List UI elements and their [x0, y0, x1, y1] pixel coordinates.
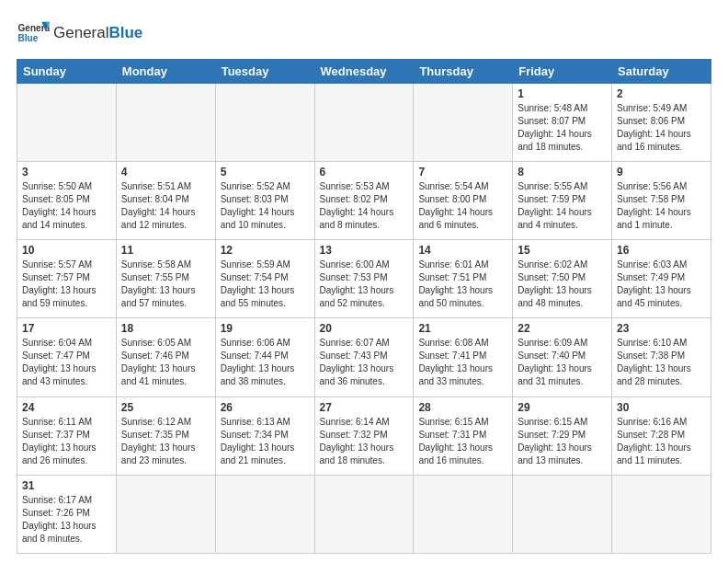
day-number: 18: [121, 322, 210, 335]
day-info: Sunrise: 6:12 AMSunset: 7:35 PMDaylight:…: [121, 416, 210, 467]
day-number: 17: [22, 322, 111, 335]
calendar-cell: 4Sunrise: 5:51 AMSunset: 8:04 PMDaylight…: [116, 162, 215, 240]
day-number: 12: [221, 244, 310, 257]
day-info: Sunrise: 5:51 AMSunset: 8:04 PMDaylight:…: [121, 180, 210, 232]
day-number: 21: [418, 322, 507, 335]
day-info: Sunrise: 5:58 AMSunset: 7:55 PMDaylight:…: [121, 259, 210, 310]
weekday-header-friday: Friday: [513, 60, 612, 84]
day-number: 3: [22, 166, 111, 178]
logo-icon: General Blue: [17, 17, 50, 50]
svg-text:Blue: Blue: [17, 33, 38, 43]
calendar-cell: 9Sunrise: 5:56 AMSunset: 7:58 PMDaylight…: [612, 162, 711, 240]
calendar-cell: [215, 84, 314, 162]
calendar-cell: 3Sunrise: 5:50 AMSunset: 8:05 PMDaylight…: [17, 162, 117, 240]
calendar-cell: 27Sunrise: 6:14 AMSunset: 7:32 PMDayligh…: [314, 396, 414, 475]
day-number: 19: [221, 322, 310, 335]
calendar-cell: 31Sunrise: 6:17 AMSunset: 7:26 PMDayligh…: [17, 475, 117, 553]
weekday-header-row: SundayMondayTuesdayWednesdayThursdayFrid…: [17, 60, 711, 84]
day-info: Sunrise: 6:04 AMSunset: 7:47 PMDaylight:…: [22, 337, 111, 388]
calendar-cell: 26Sunrise: 6:13 AMSunset: 7:34 PMDayligh…: [215, 396, 314, 475]
calendar-cell: 19Sunrise: 6:06 AMSunset: 7:44 PMDayligh…: [215, 318, 314, 396]
day-number: 20: [320, 322, 409, 335]
calendar-cell: 25Sunrise: 6:12 AMSunset: 7:35 PMDayligh…: [116, 396, 215, 475]
calendar-cell: 16Sunrise: 6:03 AMSunset: 7:49 PMDayligh…: [612, 240, 711, 318]
logo: General Blue GeneralBlue: [17, 17, 142, 50]
day-number: 29: [518, 401, 607, 414]
day-info: Sunrise: 6:05 AMSunset: 7:46 PMDaylight:…: [121, 337, 210, 388]
day-number: 9: [617, 166, 706, 178]
calendar-cell: [414, 475, 513, 553]
day-info: Sunrise: 6:14 AMSunset: 7:32 PMDaylight:…: [320, 416, 409, 467]
calendar-cell: [116, 475, 215, 553]
day-info: Sunrise: 6:11 AMSunset: 7:37 PMDaylight:…: [22, 416, 111, 467]
day-info: Sunrise: 5:49 AMSunset: 8:06 PMDaylight:…: [617, 102, 706, 154]
day-info: Sunrise: 5:53 AMSunset: 8:02 PMDaylight:…: [320, 180, 409, 232]
day-number: 2: [617, 87, 706, 100]
weekday-header-monday: Monday: [116, 60, 215, 84]
day-info: Sunrise: 5:54 AMSunset: 8:00 PMDaylight:…: [418, 180, 507, 232]
calendar-cell: [17, 84, 117, 162]
day-info: Sunrise: 6:02 AMSunset: 7:50 PMDaylight:…: [518, 259, 607, 310]
day-number: 1: [518, 87, 607, 100]
calendar-cell: 2Sunrise: 5:49 AMSunset: 8:06 PMDaylight…: [612, 84, 711, 162]
day-number: 27: [320, 401, 409, 414]
page-header: General Blue GeneralBlue: [17, 17, 711, 50]
calendar-table: SundayMondayTuesdayWednesdayThursdayFrid…: [17, 59, 711, 554]
day-info: Sunrise: 6:13 AMSunset: 7:34 PMDaylight:…: [221, 416, 310, 467]
calendar-cell: 20Sunrise: 6:07 AMSunset: 7:43 PMDayligh…: [314, 318, 414, 396]
day-info: Sunrise: 6:06 AMSunset: 7:44 PMDaylight:…: [221, 337, 310, 388]
day-number: 24: [22, 401, 111, 414]
day-number: 31: [22, 479, 111, 492]
day-number: 5: [221, 166, 310, 178]
calendar-cell: 29Sunrise: 6:15 AMSunset: 7:29 PMDayligh…: [513, 396, 612, 475]
calendar-cell: 10Sunrise: 5:57 AMSunset: 7:57 PMDayligh…: [17, 240, 117, 318]
day-number: 25: [121, 401, 210, 414]
day-info: Sunrise: 6:08 AMSunset: 7:41 PMDaylight:…: [418, 337, 507, 388]
day-info: Sunrise: 5:55 AMSunset: 7:59 PMDaylight:…: [518, 180, 607, 232]
calendar-cell: [612, 475, 711, 553]
day-info: Sunrise: 6:15 AMSunset: 7:31 PMDaylight:…: [418, 416, 507, 467]
day-info: Sunrise: 6:01 AMSunset: 7:51 PMDaylight:…: [418, 259, 507, 310]
day-info: Sunrise: 6:10 AMSunset: 7:38 PMDaylight:…: [617, 337, 706, 388]
calendar-cell: 13Sunrise: 6:00 AMSunset: 7:53 PMDayligh…: [314, 240, 414, 318]
week-row-4: 17Sunrise: 6:04 AMSunset: 7:47 PMDayligh…: [17, 318, 711, 396]
calendar-cell: 12Sunrise: 5:59 AMSunset: 7:54 PMDayligh…: [215, 240, 314, 318]
calendar-cell: 21Sunrise: 6:08 AMSunset: 7:41 PMDayligh…: [414, 318, 513, 396]
day-number: 28: [418, 401, 507, 414]
calendar-cell: 30Sunrise: 6:16 AMSunset: 7:28 PMDayligh…: [612, 396, 711, 475]
day-number: 8: [518, 166, 607, 178]
day-info: Sunrise: 6:07 AMSunset: 7:43 PMDaylight:…: [320, 337, 409, 388]
weekday-header-wednesday: Wednesday: [314, 60, 414, 84]
calendar-cell: [314, 84, 414, 162]
calendar-cell: 15Sunrise: 6:02 AMSunset: 7:50 PMDayligh…: [513, 240, 612, 318]
calendar-cell: 14Sunrise: 6:01 AMSunset: 7:51 PMDayligh…: [414, 240, 513, 318]
calendar-cell: 7Sunrise: 5:54 AMSunset: 8:00 PMDaylight…: [414, 162, 513, 240]
calendar-cell: 8Sunrise: 5:55 AMSunset: 7:59 PMDaylight…: [513, 162, 612, 240]
weekday-header-tuesday: Tuesday: [215, 60, 314, 84]
calendar-cell: [215, 475, 314, 553]
day-number: 10: [22, 244, 111, 257]
weekday-header-sunday: Sunday: [17, 60, 117, 84]
calendar-cell: 18Sunrise: 6:05 AMSunset: 7:46 PMDayligh…: [116, 318, 215, 396]
day-info: Sunrise: 5:48 AMSunset: 8:07 PMDaylight:…: [518, 102, 607, 154]
calendar-cell: 5Sunrise: 5:52 AMSunset: 8:03 PMDaylight…: [215, 162, 314, 240]
calendar-cell: 17Sunrise: 6:04 AMSunset: 7:47 PMDayligh…: [17, 318, 117, 396]
week-row-5: 24Sunrise: 6:11 AMSunset: 7:37 PMDayligh…: [17, 396, 711, 475]
week-row-1: 1Sunrise: 5:48 AMSunset: 8:07 PMDaylight…: [17, 84, 711, 162]
week-row-2: 3Sunrise: 5:50 AMSunset: 8:05 PMDaylight…: [17, 162, 711, 240]
day-number: 13: [320, 244, 409, 257]
calendar-cell: 23Sunrise: 6:10 AMSunset: 7:38 PMDayligh…: [612, 318, 711, 396]
day-info: Sunrise: 6:17 AMSunset: 7:26 PMDaylight:…: [22, 494, 111, 546]
calendar-cell: 6Sunrise: 5:53 AMSunset: 8:02 PMDaylight…: [314, 162, 414, 240]
calendar-cell: [314, 475, 414, 553]
day-info: Sunrise: 6:00 AMSunset: 7:53 PMDaylight:…: [320, 259, 409, 310]
day-number: 16: [617, 244, 706, 257]
calendar-cell: 24Sunrise: 6:11 AMSunset: 7:37 PMDayligh…: [17, 396, 117, 475]
day-number: 23: [617, 322, 706, 335]
week-row-3: 10Sunrise: 5:57 AMSunset: 7:57 PMDayligh…: [17, 240, 711, 318]
weekday-header-saturday: Saturday: [612, 60, 711, 84]
week-row-6: 31Sunrise: 6:17 AMSunset: 7:26 PMDayligh…: [17, 475, 711, 553]
day-info: Sunrise: 5:57 AMSunset: 7:57 PMDaylight:…: [22, 259, 111, 310]
day-info: Sunrise: 5:59 AMSunset: 7:54 PMDaylight:…: [221, 259, 310, 310]
day-info: Sunrise: 5:52 AMSunset: 8:03 PMDaylight:…: [221, 180, 310, 232]
